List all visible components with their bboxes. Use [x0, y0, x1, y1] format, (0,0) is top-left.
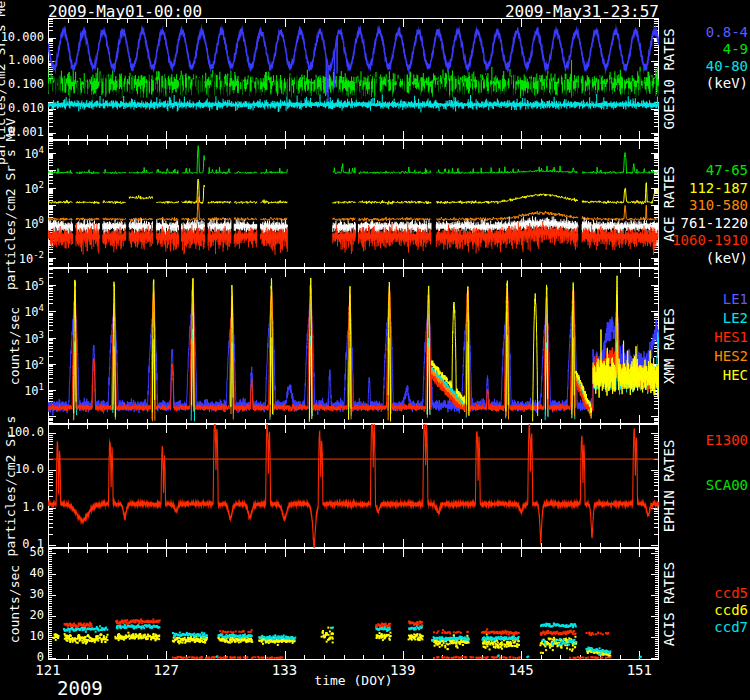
ytick-xmm-1: 104 [24, 303, 44, 319]
legend-ephin-SCA00: SCA00 [706, 477, 748, 493]
ytick-goes10-1: 1.000 [8, 53, 44, 67]
plot-canvas-ace [48, 140, 659, 268]
panel-title-xmm: XMM RATES [661, 308, 677, 384]
plot-canvas-ephin [48, 424, 659, 548]
legend-ace-(keV): (keV) [706, 250, 748, 266]
legend-goes10-0.8-4: 0.8-4 [706, 24, 748, 40]
ytick-ace-3: 10-2 [19, 250, 44, 266]
ytick-ephin-1: 10.0 [15, 462, 44, 476]
ytick-acis-2: 30 [30, 587, 44, 601]
legend-acis-ccd7: ccd7 [714, 619, 748, 635]
ytick-xmm-2: 103 [24, 330, 44, 346]
legend-ace-47-65: 47-65 [706, 162, 748, 178]
ytick-xmm-4: 101 [24, 382, 44, 398]
xaxis-year: 2009 [57, 677, 103, 699]
panel-title-goes10: GOES10 RATES [661, 28, 677, 129]
ytick-goes10-3: 0.010 [8, 101, 44, 115]
radiation-monitor-figure: 2009-May01-00:00 2009-May31-23:57 partic… [0, 0, 750, 700]
ytick-xmm-0: 105 [24, 277, 44, 293]
ytick-acis-4: 10 [30, 629, 44, 643]
ytick-acis-1: 40 [30, 566, 44, 580]
yaxis-label-ace: particles/cm2 Sr s MeV [3, 118, 18, 290]
legend-acis-ccd5: ccd5 [714, 585, 748, 601]
legend-goes10-40-80: 40-80 [706, 58, 748, 74]
xtick-127: 127 [144, 662, 188, 678]
plot-canvas-xmm [48, 268, 659, 424]
legend-xmm-HES2: HES2 [714, 348, 748, 364]
xtick-151: 151 [617, 662, 661, 678]
legend-ace-310-580: 310-580 [689, 197, 748, 213]
ytick-ace-1: 102 [24, 180, 44, 196]
ytick-goes10-2: 0.100 [8, 77, 44, 91]
legend-xmm-HEC: HEC [723, 367, 748, 383]
ytick-goes10-0: 10.000 [1, 30, 44, 44]
ytick-acis-0: 50 [30, 545, 44, 559]
xtick-139: 139 [381, 662, 425, 678]
plot-canvas-goes10 [48, 18, 659, 140]
xtick-121: 121 [26, 662, 70, 678]
ytick-xmm-3: 102 [24, 356, 44, 372]
panel-title-ace: ACE RATES [661, 166, 677, 242]
ytick-ace-0: 104 [24, 145, 44, 161]
ytick-ace-2: 100 [24, 215, 44, 231]
xtick-145: 145 [499, 662, 543, 678]
legend-goes10-4-9: 4-9 [723, 41, 748, 57]
panel-title-acis: ACIS RATES [661, 562, 677, 646]
legend-goes10-(keV): (keV) [706, 75, 748, 91]
legend-ace-761-1220: 761-1220 [681, 215, 748, 231]
yaxis-label-acis: counts/sec [7, 565, 22, 643]
ytick-ephin-0: 100.0 [8, 425, 44, 439]
ytick-ephin-2: 1.0 [22, 500, 44, 514]
yaxis-label-xmm: counts/sec [7, 307, 22, 385]
legend-ace-1060-1910: 1060-1910 [672, 232, 748, 248]
legend-xmm-LE2: LE2 [723, 310, 748, 326]
ytick-goes10-4: 0.001 [8, 125, 44, 139]
ytick-acis-3: 20 [30, 608, 44, 622]
legend-acis-ccd6: ccd6 [714, 602, 748, 618]
plot-canvas-acis [48, 548, 659, 660]
legend-xmm-HES1: HES1 [714, 329, 748, 345]
panel-title-ephin: EPHIN RATES [661, 440, 677, 533]
legend-xmm-LE1: LE1 [723, 291, 748, 307]
xaxis-label: time (DOY) [48, 673, 659, 688]
xtick-133: 133 [263, 662, 307, 678]
legend-ephin-E1300: E1300 [706, 432, 748, 448]
legend-ace-112-187: 112-187 [689, 180, 748, 196]
